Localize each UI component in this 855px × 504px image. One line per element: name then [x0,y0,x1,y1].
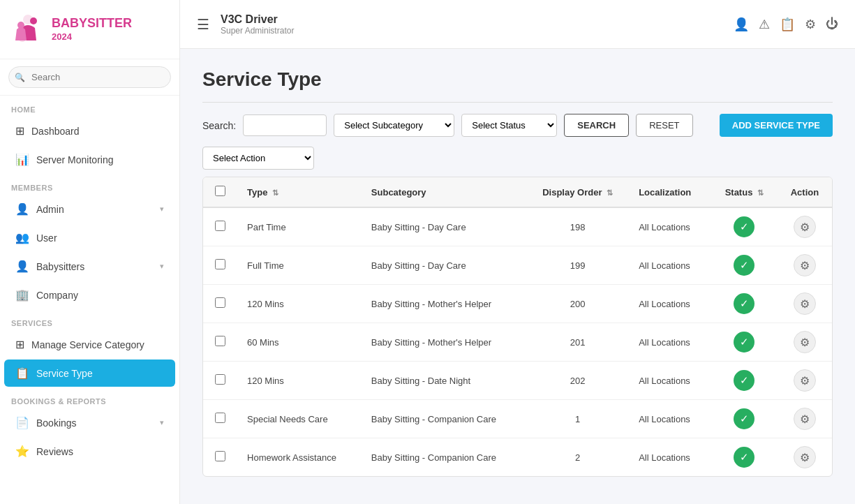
row-localization: All Locations [629,285,711,323]
row-subcategory: Baby Sitting - Mother's Helper [362,285,526,323]
logo-icon [11,13,45,46]
logo-text: BABYSITTER 2024 [52,16,132,42]
table-row: 120 Mins Baby Sitting - Mother's Helper … [203,285,832,323]
header: ☰ V3C Driver Super Administrator 👤 ⚠ 📋 ⚙… [180,0,855,49]
status-active-icon[interactable]: ✓ [734,447,754,468]
action-gear-button[interactable]: ⚙ [794,331,816,353]
action-gear-button[interactable]: ⚙ [794,446,816,468]
reset-button[interactable]: RESET [636,114,692,137]
row-checkbox[interactable] [215,336,225,346]
monitor-icon: 📊 [15,153,29,166]
brand-name: BABYSITTER [52,16,132,31]
col-type-label: Type [247,187,267,198]
row-status-cell: ✓ [711,362,778,400]
table-row: Special Needs Care Baby Sitting - Compan… [203,400,832,438]
row-checkbox[interactable] [215,221,225,231]
col-action: Action [778,177,832,207]
row-checkbox-cell [203,400,237,438]
header-title-group: V3C Driver Super Administrator [221,13,294,36]
gear-icon[interactable]: ⚙ [805,17,816,32]
company-icon: 🏢 [15,288,29,302]
status-active-icon[interactable]: ✓ [734,216,754,237]
col-localization: Localization [629,177,711,207]
sidebar-item-babysitters[interactable]: 👤 Babysitters ▾ [4,253,175,280]
search-text-input[interactable] [243,114,327,136]
status-active-icon[interactable]: ✓ [734,408,754,429]
col-action-label: Action [791,187,819,198]
header-title: V3C Driver [221,13,294,26]
row-checkbox[interactable] [215,413,225,423]
menu-button[interactable]: ☰ [197,16,209,33]
search-input[interactable] [8,66,171,88]
action-gear-button[interactable]: ⚙ [794,292,816,315]
select-all-checkbox[interactable] [215,186,225,196]
action-gear-button[interactable]: ⚙ [794,216,816,238]
row-checkbox[interactable] [215,374,225,385]
col-status-label: Status [725,187,753,198]
row-type: 120 Mins [237,285,362,323]
sidebar-item-label: Dashboard [31,126,164,137]
section-services: SERVICES [0,309,179,330]
sidebar-item-label: Admin [36,204,153,215]
user-profile-icon[interactable]: 👤 [734,17,749,32]
row-action-cell: ⚙ [778,438,832,477]
col-status[interactable]: Status ⇅ [711,177,778,207]
sidebar-item-label: User [36,232,164,244]
row-action-cell: ⚙ [778,323,832,362]
sidebar-item-user[interactable]: 👥 User [4,224,175,251]
dashboard-icon: ⊞ [15,124,24,138]
col-subcategory-label: Subcategory [371,187,426,198]
row-checkbox[interactable] [215,451,225,461]
status-select[interactable]: Select Status [461,114,557,137]
alert-icon[interactable]: ⚠ [759,17,770,32]
sidebar-item-manage-service-category[interactable]: ⊞ Manage Service Category [4,331,175,358]
chevron-down-icon: ▾ [160,262,164,271]
action-select[interactable]: Select Action [202,147,314,170]
subcategory-select[interactable]: Select Subcategory [334,114,454,137]
col-display-order[interactable]: Display Order ⇅ [526,177,629,207]
row-localization: All Locations [629,438,711,477]
sidebar-item-admin[interactable]: 👤 Admin ▾ [4,195,175,223]
status-active-icon[interactable]: ✓ [734,255,754,276]
action-gear-button[interactable]: ⚙ [794,369,816,392]
sidebar-item-reviews[interactable]: ⭐ Reviews [4,438,175,465]
col-display-order-label: Display Order [542,187,602,198]
row-checkbox-cell [203,285,237,323]
sidebar-item-label: Reviews [36,446,164,457]
sidebar-item-label: Manage Service Category [31,339,164,350]
sidebar-item-dashboard[interactable]: ⊞ Dashboard [4,117,175,144]
row-subcategory: Baby Sitting - Mother's Helper [362,323,526,362]
table-row: Part Time Baby Sitting - Day Care 198 Al… [203,207,832,246]
row-action-cell: ⚙ [778,246,832,285]
header-left: ☰ V3C Driver Super Administrator [197,13,294,36]
status-active-icon[interactable]: ✓ [734,332,754,353]
status-active-icon[interactable]: ✓ [734,293,754,314]
sidebar-item-bookings[interactable]: 📄 Bookings ▾ [4,409,175,436]
row-display-order: 2 [526,438,629,477]
status-active-icon[interactable]: ✓ [734,370,754,391]
sidebar-item-server-monitoring[interactable]: 📊 Server Monitoring [4,146,175,173]
row-status-cell: ✓ [711,246,778,285]
svg-point-2 [30,17,37,24]
row-checkbox-cell [203,323,237,362]
clipboard-icon[interactable]: 📋 [780,17,795,32]
row-type: Part Time [237,207,362,246]
table-row: 60 Mins Baby Sitting - Mother's Helper 2… [203,323,832,362]
search-button[interactable]: SEARCH [564,114,629,137]
row-display-order: 201 [526,323,629,362]
row-checkbox[interactable] [215,297,225,308]
row-status-cell: ✓ [711,400,778,438]
action-gear-button[interactable]: ⚙ [794,254,816,276]
sidebar-item-company[interactable]: 🏢 Company [4,281,175,309]
row-checkbox[interactable] [215,259,225,269]
row-type: 120 Mins [237,362,362,400]
col-type[interactable]: Type ⇅ [237,177,362,207]
row-checkbox-cell [203,246,237,285]
sidebar-item-service-type[interactable]: 📋 Service Type [4,360,175,387]
babysitters-icon: 👤 [15,260,29,273]
action-gear-button[interactable]: ⚙ [794,408,816,430]
add-service-type-button[interactable]: ADD SERVICE TYPE [720,114,833,137]
power-icon[interactable]: ⏻ [826,17,838,31]
user-icon: 👥 [15,231,29,244]
row-type: Homework Assistance [237,438,362,477]
